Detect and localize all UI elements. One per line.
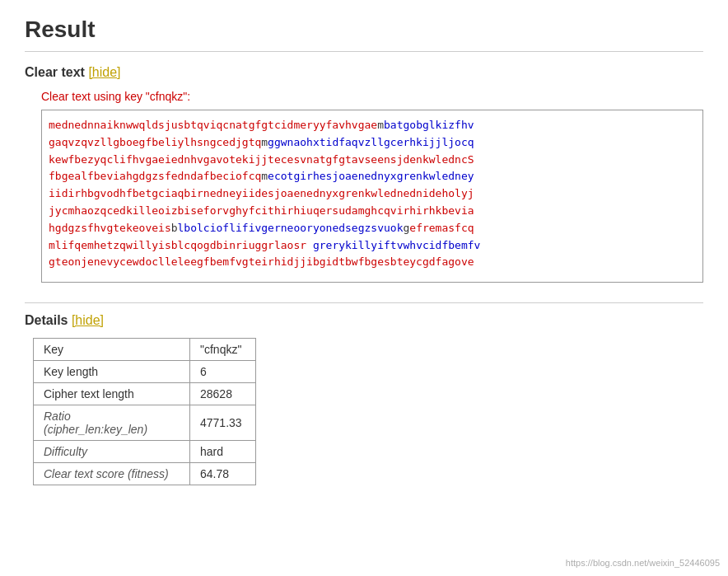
table-row: Cipher text length 28628 (34, 383, 256, 405)
clear-text-toggle[interactable]: [hide] (88, 65, 120, 79)
clear-text-label: Clear text using key "cfnqkz": (41, 90, 703, 103)
table-cell-label-italic: Difficulty (34, 441, 190, 463)
clear-text-section: Clear text [hide] Clear text using key "… (25, 65, 703, 283)
table-cell-label: Key length (34, 361, 190, 383)
table-row: Clear text score (fitness) 64.78 (34, 463, 256, 485)
table-cell-value: "cfnqkz" (190, 339, 256, 361)
cipher-line: fbgealfbeviahgdgzsfedndafbeciofcqmecotgi… (49, 168, 696, 185)
clear-text-title: Clear text (25, 65, 85, 79)
cipher-line: gaqvzqvzllgboegfbeliylhsngcedjgtqmggwnao… (49, 134, 696, 152)
cipher-line: kewfbezyqclifhvgaeiednhvgavotekijjtecesv… (49, 152, 696, 169)
details-divider (25, 302, 703, 303)
table-row: Key length 6 (34, 361, 256, 383)
cipher-line: mednednnaiknwwqldsjusbtqviqcnatgfgtcidme… (49, 117, 696, 134)
cipher-line: mlifqemhetzqwillyisblcqogdbinriuggrlaosr… (49, 237, 696, 255)
table-cell-value: 64.78 (190, 463, 256, 485)
table-row: Key "cfnqkz" (34, 339, 256, 361)
table-cell-label: Key (34, 339, 190, 361)
table-row: Difficulty hard (34, 441, 256, 463)
cipher-line: gteonjenevycewdoclleleegfbemfvgteirhidjj… (49, 254, 696, 271)
table-cell-value: hard (190, 441, 256, 463)
title-divider (25, 51, 703, 52)
table-cell-label-italic: Clear text score (fitness) (34, 463, 190, 485)
clear-text-header: Clear text [hide] (25, 65, 703, 80)
table-cell-label: Cipher text length (34, 383, 190, 405)
table-row: Ratio(cipher_len:key_len) 4771.33 (34, 405, 256, 441)
page-title: Result (25, 16, 703, 43)
details-toggle[interactable]: [hide] (72, 313, 104, 327)
cipher-line: hgdgzsfhvgtekeoveisblbolcioflifivgerneoo… (49, 220, 696, 237)
details-table: Key "cfnqkz" Key length 6 Cipher text le… (33, 338, 256, 485)
table-cell-value: 28628 (190, 383, 256, 405)
details-section: Details [hide] Key "cfnqkz" Key length 6… (25, 302, 703, 485)
details-header: Details [hide] (25, 313, 703, 328)
table-cell-value: 4771.33 (190, 405, 256, 441)
cipher-text-box[interactable]: mednednnaiknwwqldsjusbtqviqcnatgfgtcidme… (41, 110, 703, 283)
cipher-line: iidirhbgvodhfbetgciaqbirnedneyiidesjoaen… (49, 185, 696, 203)
details-title: Details (25, 313, 68, 327)
cipher-line: jycmhaozqcedkilleoizbiseforvghyfcithirhi… (49, 203, 696, 220)
table-cell-value: 6 (190, 361, 256, 383)
table-cell-label-italic: Ratio(cipher_len:key_len) (34, 405, 190, 441)
